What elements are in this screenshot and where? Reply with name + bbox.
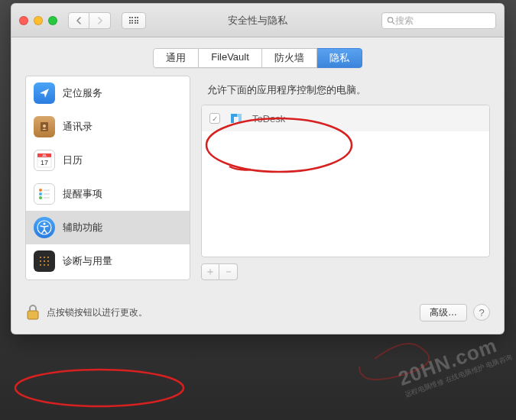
tab-firewall[interactable]: 防火墙 xyxy=(262,48,317,68)
svg-point-18 xyxy=(47,257,49,258)
sidebar-item-contacts[interactable]: 通讯录 xyxy=(26,110,190,144)
sidebar-item-calendar[interactable]: JUL17 日历 xyxy=(26,144,190,177)
svg-point-23 xyxy=(44,264,45,266)
svg-point-21 xyxy=(47,260,49,262)
sidebar-item-label: 提醒事项 xyxy=(63,187,102,201)
detail-description: 允许下面的应用程序控制您的电脑。 xyxy=(201,76,490,105)
forward-button[interactable] xyxy=(89,12,111,29)
minimize-icon[interactable] xyxy=(34,16,43,25)
watermark: 20HN.com 远程电脑维修 在线电脑维护 电脑咨询 xyxy=(395,330,514,400)
back-button[interactable] xyxy=(68,12,89,29)
tab-segment: 通用 FileVault 防火墙 隐私 xyxy=(153,48,362,68)
show-all-button[interactable] xyxy=(122,12,146,29)
traffic-lights xyxy=(19,16,57,25)
svg-point-8 xyxy=(39,189,42,192)
svg-point-20 xyxy=(44,260,45,262)
titlebar: 安全性与隐私 xyxy=(11,4,504,37)
sidebar-item-diagnostics[interactable]: 诊断与用量 xyxy=(26,244,190,278)
sidebar-item-label: 通讯录 xyxy=(63,120,92,134)
sidebar-item-reminders[interactable]: 提醒事项 xyxy=(26,177,190,211)
add-button[interactable]: ＋ xyxy=(201,263,219,280)
close-icon[interactable] xyxy=(19,16,28,25)
app-checkbox[interactable]: ✓ xyxy=(209,113,220,124)
location-icon xyxy=(34,82,55,104)
calendar-icon: JUL17 xyxy=(34,150,55,171)
svg-text:17: 17 xyxy=(41,159,48,166)
add-remove-buttons: ＋ － xyxy=(201,263,490,280)
svg-point-24 xyxy=(47,264,49,266)
svg-point-3 xyxy=(43,124,46,128)
grid-icon xyxy=(129,17,139,24)
sidebar-item-label: 辅助功能 xyxy=(63,221,102,234)
todesk-icon xyxy=(228,110,245,127)
sidebar-item-accessibility[interactable]: 辅助功能 xyxy=(26,211,190,244)
app-row[interactable]: ✓ ToDesk xyxy=(202,105,489,131)
reminders-icon xyxy=(34,183,55,205)
svg-text:JUL: JUL xyxy=(42,154,47,157)
svg-line-1 xyxy=(392,21,394,24)
tab-general[interactable]: 通用 xyxy=(153,48,199,68)
remove-button[interactable]: － xyxy=(219,263,238,280)
svg-point-0 xyxy=(388,17,392,21)
tab-filevault[interactable]: FileVault xyxy=(199,48,262,68)
accessibility-icon xyxy=(34,217,55,238)
svg-point-17 xyxy=(44,257,45,258)
app-list: ✓ ToDesk xyxy=(201,105,490,257)
sidebar-item-label: 诊断与用量 xyxy=(63,254,112,268)
diagnostics-icon xyxy=(34,250,55,272)
search-input[interactable] xyxy=(395,15,491,26)
svg-rect-25 xyxy=(28,311,38,319)
svg-point-15 xyxy=(43,222,45,225)
preferences-window: 安全性与隐私 通用 FileVault 防火墙 隐私 定位服务 xyxy=(11,3,505,334)
advanced-button[interactable]: 高级… xyxy=(420,304,467,321)
lock-text: 点按锁按钮以进行更改。 xyxy=(47,306,148,319)
nav-buttons xyxy=(68,12,111,29)
svg-point-10 xyxy=(39,192,42,195)
lock-icon[interactable] xyxy=(25,303,41,321)
sidebar-item-label: 定位服务 xyxy=(63,86,102,100)
tab-privacy[interactable]: 隐私 xyxy=(317,48,362,68)
detail-pane: 允许下面的应用程序控制您的电脑。 ✓ ToDesk ＋ － xyxy=(201,76,490,280)
search-field[interactable] xyxy=(381,12,496,29)
svg-point-22 xyxy=(40,264,41,266)
svg-point-19 xyxy=(40,260,41,262)
svg-point-27 xyxy=(15,370,183,406)
help-button[interactable]: ? xyxy=(473,304,490,321)
tab-bar: 通用 FileVault 防火墙 隐私 xyxy=(11,37,504,76)
svg-point-16 xyxy=(40,257,41,258)
sidebar-item-label: 日历 xyxy=(63,153,83,167)
contacts-icon xyxy=(34,116,55,137)
content-area: 定位服务 通讯录 JUL17 日历 提醒事项 xyxy=(11,76,504,291)
privacy-sidebar: 定位服务 通讯录 JUL17 日历 提醒事项 xyxy=(25,76,190,280)
zoom-icon[interactable] xyxy=(48,16,57,25)
svg-point-12 xyxy=(39,196,42,199)
sidebar-item-location[interactable]: 定位服务 xyxy=(26,76,190,110)
app-name: ToDesk xyxy=(252,113,285,124)
footer: 点按锁按钮以进行更改。 高级… ? xyxy=(11,291,504,334)
search-icon xyxy=(387,16,395,25)
